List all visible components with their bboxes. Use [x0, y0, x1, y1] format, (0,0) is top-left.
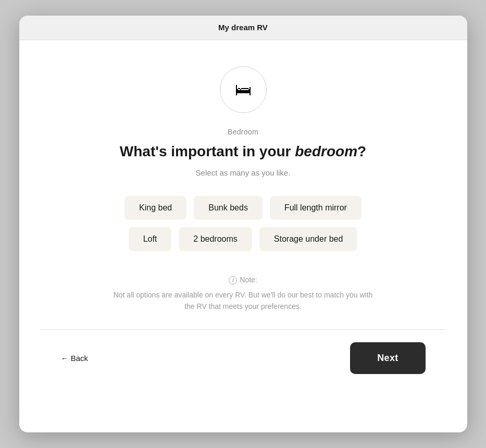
- info-icon: i: [229, 276, 237, 284]
- main-window: My dream RV 🛏 Bedroom What's important i…: [19, 16, 467, 432]
- section-label: Bedroom: [228, 128, 258, 136]
- sub-label: Select as many as you like.: [196, 168, 291, 177]
- options-grid: King bed Bunk beds Full length mirror Lo…: [124, 196, 362, 251]
- next-button[interactable]: Next: [350, 342, 425, 374]
- option-bunk-beds[interactable]: Bunk beds: [194, 196, 263, 220]
- option-loft[interactable]: Loft: [129, 227, 172, 251]
- options-row-2: Loft 2 bedrooms Storage under bed: [129, 227, 358, 251]
- bed-icon: 🛏: [235, 80, 252, 99]
- footer: ← Back Next: [40, 330, 446, 387]
- title-bar: My dream RV: [19, 16, 467, 40]
- option-full-length-mirror[interactable]: Full length mirror: [270, 196, 362, 220]
- note-text: Not all options are available on every R…: [114, 291, 373, 310]
- back-button[interactable]: ← Back: [61, 354, 89, 363]
- option-storage-under-bed[interactable]: Storage under bed: [259, 227, 358, 251]
- note-section: i Note: Not all options are available on…: [108, 274, 379, 312]
- note-title: i Note:: [108, 274, 379, 285]
- page-title: My dream RV: [218, 23, 268, 32]
- option-king-bed[interactable]: King bed: [124, 196, 186, 220]
- options-row-1: King bed Bunk beds Full length mirror: [124, 196, 362, 220]
- option-2-bedrooms[interactable]: 2 bedrooms: [179, 227, 252, 251]
- main-content: 🛏 Bedroom What's important in your bedro…: [19, 40, 467, 432]
- question-title: What's important in your bedroom?: [120, 142, 366, 161]
- bedroom-icon-circle: 🛏: [220, 66, 267, 113]
